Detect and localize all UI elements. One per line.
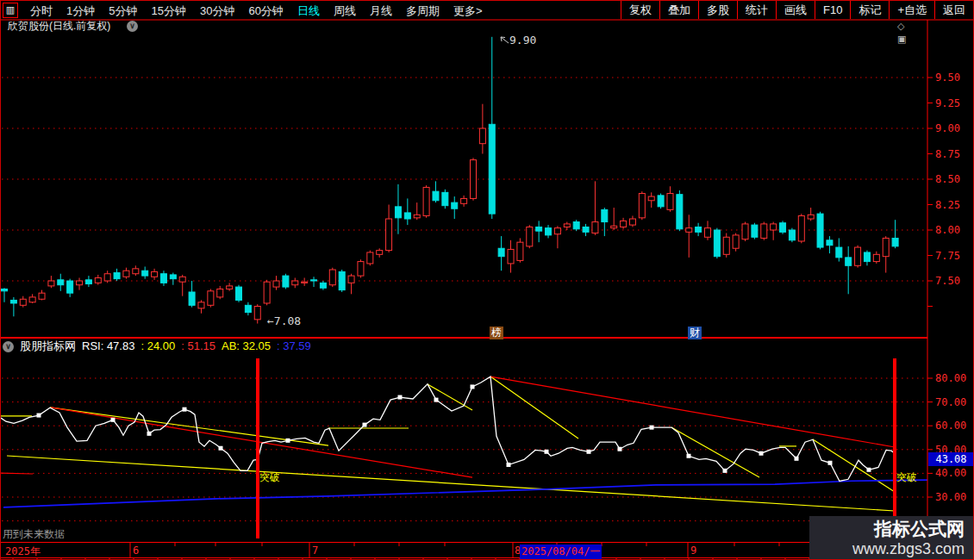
date-axis-label-5: 2025/08/04/一 bbox=[520, 544, 602, 559]
price-axis-label: 9.00 bbox=[935, 122, 974, 134]
candlestick bbox=[564, 224, 570, 227]
indicator-header: ∨ 股朋指标网 RSI: 47.83: 24.00: 51.15AB: 32.0… bbox=[3, 339, 311, 353]
rsi-marker bbox=[587, 450, 591, 454]
date-axis-label-1: 2025年 bbox=[5, 544, 41, 559]
candlestick bbox=[554, 228, 560, 234]
future-data-note: 用到未来数据 bbox=[3, 527, 65, 542]
toolbar-action-3[interactable]: 多股 bbox=[698, 1, 737, 19]
candlestick bbox=[827, 240, 833, 246]
candlestick bbox=[58, 280, 64, 285]
toolbar-action-7[interactable]: 标记 bbox=[850, 1, 889, 19]
price-axis-label: 8.25 bbox=[935, 199, 974, 211]
rsi-marker bbox=[286, 439, 290, 443]
candlestick bbox=[592, 222, 598, 233]
candlestick bbox=[667, 194, 673, 210]
toolbar-action-5[interactable]: 画线 bbox=[776, 1, 815, 19]
candlestick bbox=[873, 254, 879, 261]
period-tab-1[interactable]: 分时 bbox=[23, 2, 59, 20]
candlestick bbox=[386, 219, 392, 251]
candlestick bbox=[714, 230, 720, 257]
candlestick bbox=[508, 249, 514, 264]
candlestick bbox=[320, 283, 326, 288]
chart-tag-2[interactable]: 财 bbox=[688, 327, 702, 339]
candlestick bbox=[264, 282, 270, 303]
candlestick bbox=[536, 227, 542, 231]
toolbar-action-4[interactable]: 统计 bbox=[737, 1, 776, 19]
period-tab-6[interactable]: 60分钟 bbox=[241, 2, 290, 20]
trading-app-window: ▥ 分时1分钟5分钟15分钟30分钟60分钟日线周线月线多周期更多> 复权叠加多… bbox=[0, 0, 974, 560]
candlestick bbox=[348, 276, 354, 283]
indicator-values: RSI: 47.83: 24.00: 51.15AB: 32.05: 37.59 bbox=[82, 339, 311, 353]
signal-vertical-line bbox=[256, 358, 259, 538]
toolbar-action-9[interactable]: 返回 bbox=[934, 1, 973, 19]
candlestick bbox=[311, 280, 317, 281]
candlestick bbox=[48, 281, 54, 286]
candlestick bbox=[461, 198, 467, 203]
rsi-axis-label: 70.00 bbox=[935, 396, 974, 408]
rsi-marker bbox=[618, 447, 622, 451]
toolbar-action-8[interactable]: +自选 bbox=[889, 1, 934, 19]
rsi-marker bbox=[398, 395, 403, 400]
toolbar-action-1[interactable]: 复权 bbox=[621, 1, 659, 19]
period-tab-3[interactable]: 5分钟 bbox=[102, 2, 144, 20]
candlestick bbox=[20, 299, 26, 305]
candlestick bbox=[423, 187, 429, 215]
toolbar-action-6[interactable]: F10 bbox=[815, 1, 850, 19]
signal-vertical-line bbox=[893, 358, 896, 538]
candlestick bbox=[546, 228, 552, 235]
chart-tag-1[interactable]: 榜 bbox=[490, 327, 503, 339]
candlestick bbox=[404, 213, 410, 219]
trend-line bbox=[490, 376, 895, 447]
date-axis-label-6: 9 bbox=[690, 544, 696, 557]
candlestick bbox=[433, 191, 439, 201]
trend-line bbox=[813, 439, 895, 492]
chevron-down-icon[interactable]: ∨ bbox=[3, 341, 14, 352]
title-bar: 欣贺股份(日线.前复权) ∨ ◇ ▣ bbox=[1, 20, 927, 33]
page-title: 欣贺股份(日线.前复权) bbox=[8, 20, 110, 33]
candlestick bbox=[236, 287, 242, 300]
period-tab-8[interactable]: 周线 bbox=[327, 2, 363, 20]
candlestick bbox=[789, 230, 795, 240]
period-tabs: 分时1分钟5分钟15分钟30分钟60分钟日线周线月线多周期更多> bbox=[23, 2, 489, 20]
period-tab-9[interactable]: 月线 bbox=[363, 2, 399, 20]
candlestick bbox=[629, 219, 635, 225]
period-tab-10[interactable]: 多周期 bbox=[399, 2, 446, 20]
date-axis-label-3: 7 bbox=[312, 544, 318, 557]
candlestick bbox=[648, 196, 654, 201]
window-grid-icon[interactable]: ▥ bbox=[3, 3, 18, 18]
indicator-value-3: : 51.15 bbox=[181, 339, 215, 353]
trend-line bbox=[490, 376, 578, 439]
candlestick bbox=[160, 274, 166, 283]
period-tab-11[interactable]: 更多> bbox=[446, 2, 490, 20]
candlestick bbox=[677, 195, 683, 229]
high-annotation-arrow bbox=[501, 37, 509, 43]
rsi-marker bbox=[434, 398, 439, 402]
period-tab-5[interactable]: 30分钟 bbox=[193, 2, 241, 20]
candlestick bbox=[761, 224, 767, 239]
price-axis-label: 9.50 bbox=[935, 72, 974, 84]
candlestick bbox=[283, 276, 289, 287]
rsi-marker bbox=[471, 384, 475, 389]
period-tab-7[interactable]: 日线 bbox=[290, 2, 327, 20]
watermark-site-name: 指标公式网 bbox=[809, 518, 965, 539]
candlestick bbox=[752, 225, 758, 237]
candlestick bbox=[602, 209, 608, 221]
candlestick bbox=[836, 247, 842, 258]
candlestick bbox=[517, 242, 523, 260]
chevron-down-icon[interactable]: ∨ bbox=[127, 21, 138, 32]
chart-graphics-layer[interactable] bbox=[1, 1, 974, 560]
indicator-value-4: AB: 32.05 bbox=[222, 339, 271, 353]
watermark: 指标公式网 www.zbgs3.com bbox=[809, 516, 973, 559]
rsi-axis-label: 80.00 bbox=[935, 372, 974, 384]
rsi-marker bbox=[545, 450, 549, 454]
toolbar-action-2[interactable]: 叠加 bbox=[659, 1, 698, 19]
candlestick bbox=[414, 215, 420, 218]
period-tab-4[interactable]: 15分钟 bbox=[144, 2, 192, 20]
title-right-icons[interactable]: ◇ ▣ bbox=[897, 20, 927, 46]
rsi-marker bbox=[759, 451, 764, 456]
candlestick bbox=[77, 281, 83, 285]
candlestick bbox=[705, 228, 711, 238]
period-tab-2[interactable]: 1分钟 bbox=[59, 2, 102, 20]
candlestick bbox=[329, 270, 335, 285]
candlestick bbox=[471, 160, 477, 199]
